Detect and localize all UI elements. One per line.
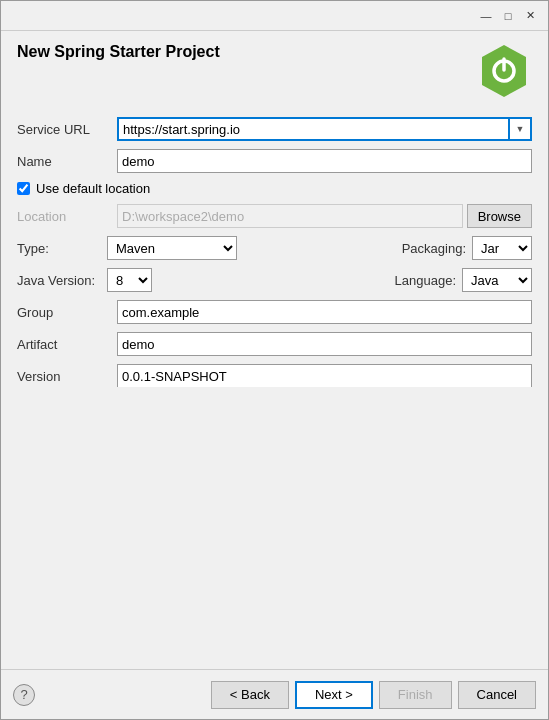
artifact-row: Artifact <box>17 332 532 356</box>
name-input[interactable] <box>117 149 532 173</box>
footer-right: < Back Next > Finish Cancel <box>211 681 536 709</box>
finish-button[interactable]: Finish <box>379 681 452 709</box>
next-button[interactable]: Next > <box>295 681 373 709</box>
use-default-location-checkbox[interactable] <box>17 182 30 195</box>
title-bar-controls: — □ ✕ <box>476 6 540 26</box>
back-button[interactable]: < Back <box>211 681 289 709</box>
java-version-label: Java Version: <box>17 273 107 288</box>
language-group: Language: Java Kotlin Groovy <box>275 268 533 292</box>
location-row: Location Browse <box>17 204 532 228</box>
footer-left: ? <box>13 684 35 706</box>
location-label: Location <box>17 209 117 224</box>
minimize-button[interactable]: — <box>476 6 496 26</box>
language-select[interactable]: Java Kotlin Groovy <box>462 268 532 292</box>
cancel-button[interactable]: Cancel <box>458 681 536 709</box>
packaging-select[interactable]: Jar War <box>472 236 532 260</box>
browse-button[interactable]: Browse <box>467 204 532 228</box>
packaging-group: Packaging: Jar War <box>275 236 533 260</box>
main-window: — □ ✕ New Spring Starter Project <box>0 0 549 720</box>
artifact-label: Artifact <box>17 337 117 352</box>
type-select[interactable]: Maven Gradle <box>107 236 237 260</box>
group-input[interactable] <box>117 300 532 324</box>
type-packaging-row: Type: Maven Gradle Packaging: Jar War <box>17 236 532 260</box>
service-url-label: Service URL <box>17 122 117 137</box>
footer: ? < Back Next > Finish Cancel <box>1 669 548 719</box>
name-row: Name <box>17 149 532 173</box>
group-row: Group <box>17 300 532 324</box>
header-row: New Spring Starter Project <box>17 43 532 99</box>
maximize-button[interactable]: □ <box>498 6 518 26</box>
content-area: New Spring Starter Project Service URL <box>1 31 548 669</box>
java-version-group: Java Version: 8 11 17 <box>17 268 275 292</box>
spring-logo <box>476 43 532 99</box>
java-language-row: Java Version: 8 11 17 Language: Java Kot… <box>17 268 532 292</box>
page-title: New Spring Starter Project <box>17 43 220 61</box>
service-url-input[interactable] <box>117 117 510 141</box>
use-default-location-row: Use default location <box>17 181 532 196</box>
type-label: Type: <box>17 241 107 256</box>
java-version-select[interactable]: 8 11 17 <box>107 268 152 292</box>
help-button[interactable]: ? <box>13 684 35 706</box>
version-input[interactable] <box>117 364 532 387</box>
form-area: Service URL ▼ Name Use default location … <box>17 117 532 387</box>
group-label: Group <box>17 305 117 320</box>
packaging-label: Packaging: <box>402 241 466 256</box>
service-url-dropdown-button[interactable]: ▼ <box>510 117 532 141</box>
language-label: Language: <box>395 273 456 288</box>
service-url-row: Service URL ▼ <box>17 117 532 141</box>
close-button[interactable]: ✕ <box>520 6 540 26</box>
type-group: Type: Maven Gradle <box>17 236 275 260</box>
artifact-input[interactable] <box>117 332 532 356</box>
use-default-location-label: Use default location <box>36 181 150 196</box>
version-label: Version <box>17 369 117 384</box>
version-row: Version <box>17 364 532 387</box>
name-label: Name <box>17 154 117 169</box>
title-bar: — □ ✕ <box>1 1 548 31</box>
location-input[interactable] <box>117 204 463 228</box>
service-url-field-container: ▼ <box>117 117 532 141</box>
